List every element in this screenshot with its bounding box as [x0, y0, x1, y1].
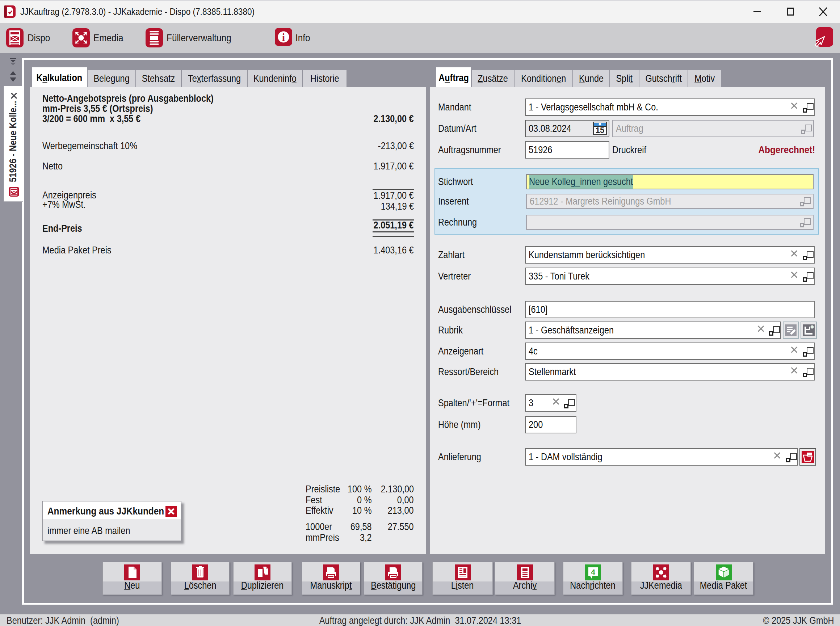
- svg-text:15: 15: [596, 126, 604, 135]
- svg-text:i: i: [282, 31, 285, 43]
- svg-text:4: 4: [591, 568, 595, 576]
